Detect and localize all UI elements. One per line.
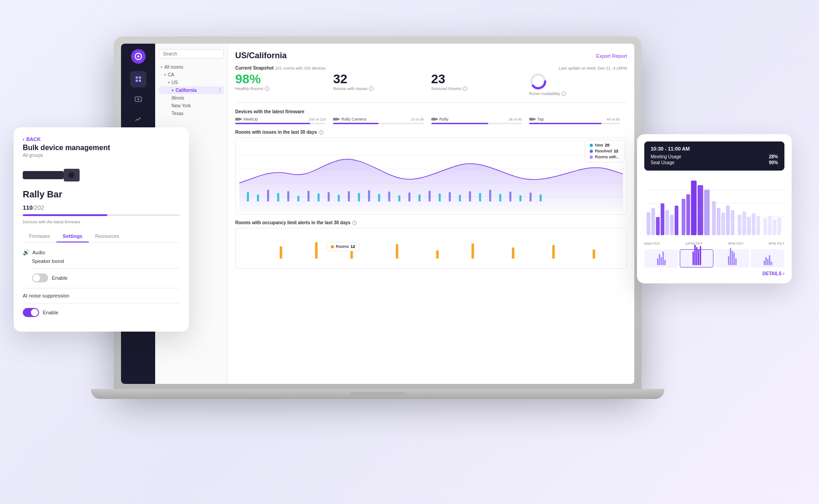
- app-logo[interactable]: [131, 49, 146, 64]
- rooms-issues-chart: New 20 Resolved 12 Rooms with...: [235, 137, 627, 215]
- legend-new: New: [595, 143, 603, 147]
- mini-chart-1[interactable]: [644, 249, 678, 267]
- svg-point-6: [137, 98, 139, 100]
- svg-rect-63: [512, 247, 515, 258]
- back-button[interactable]: ‹ BACK: [23, 136, 180, 142]
- svg-rect-39: [398, 196, 400, 202]
- setting-audio: 🔊 Audio Speaker boost Enable: [23, 249, 180, 282]
- svg-rect-46: [469, 191, 471, 201]
- info-icon: i: [265, 86, 269, 91]
- svg-rect-95: [756, 216, 760, 235]
- nav-item-ca[interactable]: ▾ CA: [159, 71, 224, 79]
- svg-rect-91: [738, 215, 741, 235]
- svg-rect-96: [763, 218, 767, 235]
- page-title: US/California: [235, 51, 287, 60]
- svg-rect-13: [240, 118, 242, 120]
- info-icon-2: i: [369, 86, 374, 91]
- nav-item-illinois[interactable]: Illinois: [159, 94, 224, 102]
- svg-rect-90: [731, 210, 734, 235]
- firmware-meetup: MeetUp 100 of 120: [235, 117, 333, 124]
- availability-label: Room Availability i: [529, 91, 620, 96]
- svg-rect-26: [267, 190, 269, 201]
- svg-rect-87: [717, 208, 720, 235]
- rooms-issues-chart-title: Rooms with issues in the last 30 days i: [235, 130, 627, 135]
- sidebar-icon-analytics[interactable]: [130, 111, 147, 127]
- svg-rect-50: [509, 192, 511, 201]
- svg-rect-28: [287, 191, 289, 201]
- snoozed-label: Snoozed Rooms i: [431, 86, 522, 91]
- firmware-label: Devices with the latest firmware: [23, 220, 180, 224]
- svg-rect-84: [682, 199, 685, 235]
- tab-resources[interactable]: Resources: [89, 231, 126, 242]
- svg-rect-15: [338, 118, 339, 120]
- back-arrow-icon: ‹: [23, 136, 25, 142]
- usage-tooltip: 10:30 - 11:00 AM Meeting Usage 28% Seat …: [644, 141, 784, 171]
- speaker-boost-switch[interactable]: [32, 273, 48, 282]
- svg-rect-14: [333, 118, 338, 121]
- nav-item-texas[interactable]: Texas: [159, 110, 224, 117]
- audio-label: 🔊 Audio: [23, 249, 180, 256]
- firmware-device-rally: Rally 38 of 60: [431, 117, 522, 121]
- svg-point-69: [70, 173, 73, 177]
- svg-rect-24: [247, 192, 249, 201]
- svg-rect-51: [520, 196, 521, 202]
- svg-rect-34: [348, 191, 349, 201]
- svg-rect-99: [778, 217, 781, 235]
- occupancy-chart-info-icon: i: [352, 221, 357, 225]
- svg-rect-74: [647, 212, 650, 235]
- info-icon-3: i: [463, 86, 467, 91]
- svg-rect-35: [358, 193, 360, 201]
- firmware-section: Devices with the latest firmware MeetUp …: [235, 109, 627, 124]
- mini-chart-4[interactable]: [751, 249, 784, 267]
- nav-item-new-york[interactable]: New York: [159, 102, 224, 110]
- svg-rect-16: [431, 118, 436, 121]
- rooms-issues-label: Rooms with Issues i: [333, 86, 424, 91]
- svg-rect-81: [691, 181, 697, 235]
- firmware-device-meetup: MeetUp 100 of 120: [235, 117, 326, 121]
- tab-firmware[interactable]: Firmware: [23, 231, 56, 242]
- svg-rect-17: [436, 118, 438, 120]
- rooms-issues-value: 32: [333, 72, 424, 86]
- snapshot-sub: 151 rooms with 255 devices: [275, 66, 326, 71]
- nav-item-all-rooms[interactable]: ▾ All rooms: [159, 63, 224, 71]
- search-input[interactable]: [159, 49, 224, 59]
- ai-noise-toggle[interactable]: Enable: [23, 308, 180, 317]
- svg-rect-65: [592, 250, 595, 259]
- svg-rect-32: [328, 192, 329, 201]
- svg-rect-53: [540, 195, 541, 202]
- svg-rect-27: [277, 193, 279, 201]
- snapshot-update: Last update on Wed, Dec 21, 4:18PM: [559, 66, 627, 71]
- tab-settings[interactable]: Settings: [56, 231, 89, 242]
- ai-noise-switch[interactable]: [23, 308, 39, 317]
- export-report-link[interactable]: Export Report: [596, 53, 627, 59]
- occupancy-chart-title: Rooms with occupancy limit alerts in the…: [235, 220, 627, 225]
- sidebar-icon-devices[interactable]: [130, 91, 147, 107]
- device-total: /202: [33, 204, 44, 211]
- svg-rect-48: [489, 190, 491, 201]
- snapshot-header: Current Snapshot 151 rooms with 255 devi…: [235, 65, 627, 71]
- firmware-items: MeetUp 100 of 120 Rally Camera 15 of 30: [235, 117, 627, 124]
- details-link[interactable]: DETAILS ›: [644, 271, 784, 276]
- svg-rect-88: [721, 212, 725, 235]
- speaker-boost-toggle[interactable]: Enable: [32, 273, 180, 282]
- svg-rect-3: [136, 80, 138, 82]
- metric-rooms-issues: 32 Rooms with Issues i: [333, 72, 431, 96]
- svg-rect-45: [459, 195, 461, 202]
- mini-chart-2[interactable]: [680, 249, 713, 267]
- usage-bar-chart: [644, 176, 784, 240]
- mini-chart-3[interactable]: [715, 249, 749, 267]
- svg-rect-25: [257, 195, 259, 202]
- nav-item-california[interactable]: ● California ⋮: [159, 86, 224, 94]
- firmware-device-tap: Tap 40 of 50: [529, 117, 620, 121]
- svg-rect-41: [419, 195, 420, 202]
- snoozed-value: 23: [431, 72, 522, 86]
- occupancy-chart: Rooms 12: [235, 228, 627, 269]
- svg-rect-30: [308, 191, 309, 201]
- nav-item-us[interactable]: ▾ US: [159, 79, 224, 86]
- rooms-issues-chart-section: Rooms with issues in the last 30 days i: [235, 130, 627, 215]
- bulk-title: Bulk device management: [23, 144, 180, 152]
- svg-rect-75: [651, 208, 655, 235]
- svg-rect-18: [529, 118, 534, 121]
- sidebar-icon-home[interactable]: [130, 71, 147, 87]
- svg-rect-79: [670, 215, 673, 235]
